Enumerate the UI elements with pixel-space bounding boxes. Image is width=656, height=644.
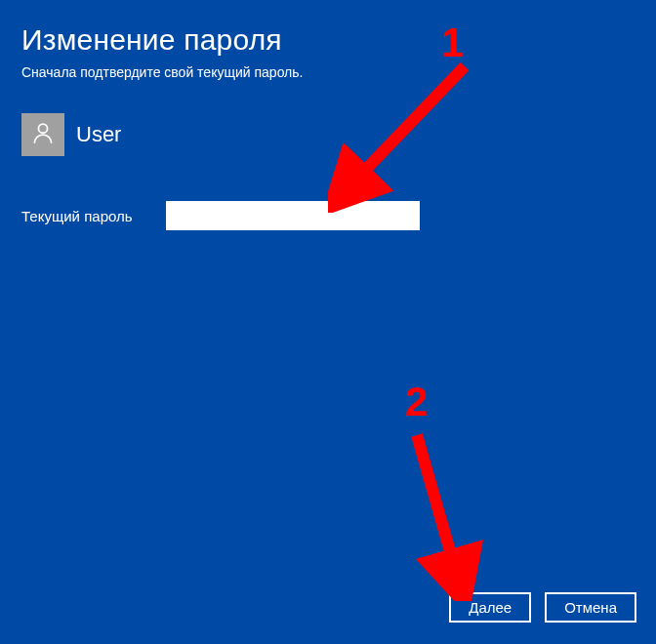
page-subtitle: Сначала подтвердите свой текущий пароль.: [21, 64, 635, 80]
next-button[interactable]: Далее: [449, 592, 531, 623]
current-password-row: Текущий пароль: [21, 201, 635, 230]
annotation-number-2: 2: [405, 379, 428, 425]
person-icon: [30, 120, 56, 149]
cancel-button[interactable]: Отмена: [545, 592, 636, 623]
username: User: [76, 122, 121, 147]
page-title: Изменение пароля: [21, 23, 635, 57]
current-password-input[interactable]: [166, 201, 420, 230]
avatar: [21, 113, 64, 156]
user-row: User: [21, 113, 635, 156]
annotation-arrow-2-icon: [392, 425, 510, 601]
svg-point-0: [38, 124, 47, 133]
dialog-buttons: Далее Отмена: [449, 592, 636, 623]
svg-line-4: [417, 435, 456, 572]
current-password-label: Текущий пароль: [21, 208, 139, 224]
